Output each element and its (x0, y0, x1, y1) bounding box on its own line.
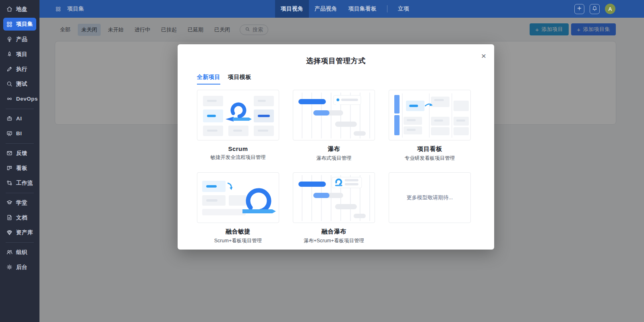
robot-icon (6, 115, 13, 122)
rocket-icon (6, 51, 13, 58)
sidebar-item-execution[interactable]: 执行 (0, 62, 39, 76)
sidebar-item-label: 产品 (16, 36, 27, 43)
sidebar-item-label: 项目集 (16, 21, 33, 28)
template-card-title: 融合瀑布 (293, 228, 375, 235)
workflow-icon (6, 180, 13, 186)
sidebar-item-feedback[interactable]: 反馈 (0, 146, 39, 161)
template-card-desc: 瀑布+Scrum+看板项目管理 (293, 237, 375, 244)
sidebar-item-testing[interactable]: 测试 (0, 76, 39, 91)
document-icon (6, 214, 13, 221)
grid-icon (6, 21, 13, 28)
topbar-tab-program-board[interactable]: 项目集看板 (343, 0, 382, 18)
sidebar: 地盘项目集产品项目执行测试DevOpsAIBI反馈看板工作流学堂文档资产库组织后… (0, 0, 39, 322)
sidebar-item-label: 资产库 (16, 229, 33, 236)
project-type-modal: × 选择项目管理方式 全新项目项目模板 Scrum敏捷开发全流程项目管理 瀑布瀑… (178, 44, 494, 250)
template-card-title: 瀑布 (293, 145, 375, 153)
gear-icon (6, 264, 13, 270)
sidebar-item-project[interactable]: 项目 (0, 47, 39, 62)
sidebar-item-label: 地盘 (16, 6, 27, 13)
sidebar-item-label: 组织 (16, 249, 27, 256)
gem-icon (6, 229, 13, 236)
sidebar-item-home[interactable]: 地盘 (0, 2, 39, 17)
grid-icon (55, 6, 61, 12)
sidebar-item-ai[interactable]: AI (0, 111, 39, 126)
more-templates-card: 更多模型敬请期待... (389, 172, 471, 223)
topbar-tab-product-view[interactable]: 产品视角 (309, 0, 343, 18)
template-card-hybrid-waterfall[interactable]: 融合瀑布瀑布+Scrum+看板项目管理 (293, 172, 375, 244)
sidebar-item-label: 文档 (16, 214, 27, 221)
scrum-illustration (197, 90, 279, 140)
sidebar-item-label: 反馈 (16, 150, 27, 157)
sidebar-item-admin[interactable]: 后台 (0, 260, 39, 275)
sidebar-item-devops[interactable]: DevOps (0, 91, 39, 106)
modal-tab-project-template[interactable]: 项目模板 (228, 74, 251, 85)
sidebar-item-label: 项目 (16, 51, 27, 58)
topbar-tabs: 项目视角产品视角项目集看板立项 (275, 0, 415, 18)
sidebar-item-label: 后台 (16, 264, 27, 271)
modal-tabs: 全新项目项目模板 (197, 74, 494, 85)
modal-title: 选择项目管理方式 (178, 56, 494, 66)
sidebar-item-programs[interactable]: 项目集 (3, 18, 36, 31)
template-card-desc: 瀑布式项目管理 (293, 155, 375, 162)
sidebar-item-label: 执行 (16, 66, 27, 73)
topbar-breadcrumb-group: 项目集 (55, 5, 84, 12)
sidebar-divider (6, 242, 34, 243)
template-card-waterfall[interactable]: 瀑布瀑布式项目管理 (293, 90, 375, 162)
users-icon (6, 249, 13, 256)
home-icon (6, 6, 13, 12)
breadcrumb: 项目集 (67, 5, 84, 12)
hybrid-agile-illustration (197, 172, 279, 223)
modal-tab-new-project[interactable]: 全新项目 (197, 74, 220, 85)
sidebar-list: 地盘项目集产品项目执行测试DevOpsAIBI反馈看板工作流学堂文档资产库组织后… (0, 2, 39, 275)
template-card-scrum[interactable]: Scrum敏捷开发全流程项目管理 (197, 90, 279, 162)
sidebar-item-label: AI (16, 116, 22, 122)
template-card-title: 融合敏捷 (197, 228, 279, 235)
sidebar-divider (6, 109, 34, 109)
tab-separator (387, 5, 387, 12)
sidebar-item-school[interactable]: 学堂 (0, 195, 39, 210)
sidebar-item-bi[interactable]: BI (0, 126, 39, 141)
sidebar-item-assets[interactable]: 资产库 (0, 225, 39, 240)
dart-icon (6, 66, 13, 72)
sidebar-divider (6, 193, 34, 193)
topbar-tab-project-view[interactable]: 项目视角 (275, 0, 309, 18)
topbar: 项目集 项目视角产品视角项目集看板立项 A (39, 0, 644, 18)
template-cards-grid: Scrum敏捷开发全流程项目管理 瀑布瀑布式项目管理 项目看板专业研发看板项目管… (197, 90, 471, 244)
kanban-icon (6, 165, 13, 171)
lightbulb-icon (6, 36, 13, 43)
sidebar-item-label: 工作流 (16, 180, 33, 187)
sidebar-item-label: 看板 (16, 165, 27, 172)
template-card-title: Scrum (197, 145, 279, 152)
create-button[interactable] (574, 4, 584, 14)
magnifier-icon (6, 80, 13, 87)
topbar-tab-initiation[interactable]: 立项 (392, 0, 415, 18)
sidebar-item-org[interactable]: 组织 (0, 245, 39, 260)
infinity-icon (6, 95, 13, 102)
sidebar-item-label: 测试 (16, 80, 27, 88)
hybrid-waterfall-illustration (293, 172, 375, 223)
plus-icon (576, 5, 582, 13)
template-card-desc: 专业研发看板项目管理 (389, 155, 471, 162)
sidebar-item-kanban[interactable]: 看板 (0, 161, 39, 175)
close-icon[interactable]: × (481, 52, 486, 60)
sidebar-item-label: DevOps (16, 96, 38, 102)
sidebar-divider (6, 143, 34, 144)
waterfall-illustration (293, 90, 375, 140)
sidebar-item-label: 学堂 (16, 199, 27, 206)
notifications-button[interactable] (590, 4, 600, 14)
sidebar-item-product[interactable]: 产品 (0, 32, 39, 47)
topbar-actions: A (574, 0, 615, 18)
kanban-illustration (389, 90, 471, 140)
school-icon (6, 199, 13, 206)
template-card-desc: Scrum+看板项目管理 (197, 237, 279, 244)
template-card-desc: 敏捷开发全流程项目管理 (197, 154, 279, 161)
sidebar-item-docs[interactable]: 文档 (0, 210, 39, 225)
avatar[interactable]: A (605, 4, 615, 14)
mail-icon (6, 150, 13, 157)
template-card-kanban[interactable]: 项目看板专业研发看板项目管理 (389, 90, 471, 162)
sidebar-item-label: BI (16, 130, 22, 136)
bell-icon (592, 5, 598, 13)
sidebar-item-workflow[interactable]: 工作流 (0, 175, 39, 190)
template-card-hybrid-agile[interactable]: 融合敏捷Scrum+看板项目管理 (197, 172, 279, 244)
chart-board-icon (6, 130, 13, 137)
